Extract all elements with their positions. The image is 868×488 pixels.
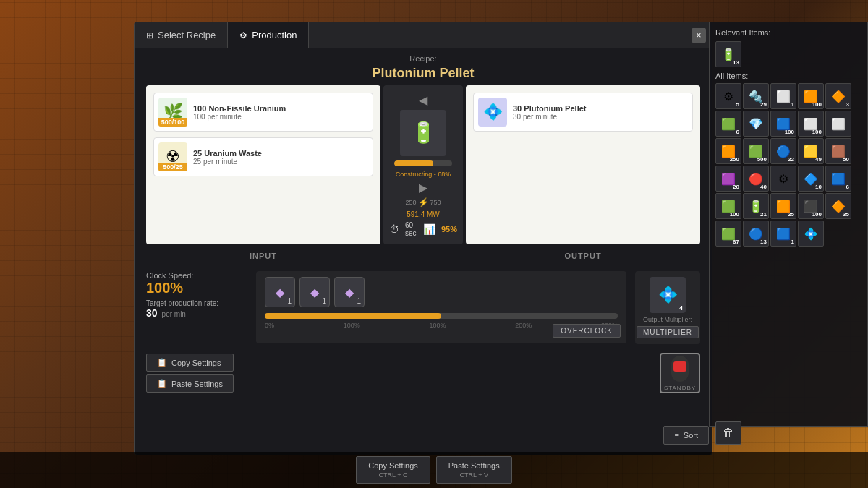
all-item-6[interactable]: 💎: [743, 111, 769, 137]
paste-settings-button[interactable]: 📋 Paste Settings: [146, 374, 234, 393]
power-icon: ⚡: [418, 197, 429, 207]
all-item-16[interactable]: 🔴40: [743, 166, 769, 192]
bottom-bar: 📋 Copy Settings 📋 Paste Settings STANDBY: [146, 353, 700, 393]
per-min: per min: [162, 310, 186, 318]
all-item-13[interactable]: 🟨49: [798, 138, 824, 164]
all-item-27[interactable]: 🟦1: [770, 221, 796, 247]
shard-1-count: 1: [287, 297, 292, 305]
all-item-count-14: 50: [843, 156, 849, 163]
all-item-1[interactable]: 🔩29: [743, 83, 769, 109]
tab-production[interactable]: ⚙ Production: [228, 22, 309, 48]
multiplier-icon: 💠 4: [650, 277, 686, 313]
all-item-count-15: 20: [733, 184, 739, 190]
all-item-15[interactable]: 🟪20: [715, 166, 741, 192]
all-item-22[interactable]: 🟧25: [770, 193, 796, 219]
copy-label: Copy Settings: [171, 359, 221, 367]
target-label: Target production rate:: [146, 299, 247, 307]
multiplier-button[interactable]: MULTIPLIER: [637, 326, 699, 338]
output-panel: 💠 30 Plutonium Pellet 30 per minute OUTP…: [466, 85, 700, 244]
recipe-tab-icon: ⊞: [146, 30, 153, 40]
overclock-bar-fill: [265, 313, 441, 319]
input-item-1: 🌿 500/100 100 Non-Fissile Uranium 100 pe…: [153, 93, 373, 132]
tab-recipe-label: Select Recipe: [158, 30, 216, 40]
all-item-20[interactable]: 🟩100: [715, 193, 741, 219]
input-item-2: ☢ 500/25 25 Uranium Waste 25 per minute: [153, 137, 373, 176]
relevant-item-1-count: 13: [733, 59, 739, 66]
all-item-0[interactable]: ⚙5: [715, 83, 741, 109]
all-item-24[interactable]: 🔶35: [825, 193, 851, 219]
all-item-count-26: 13: [760, 239, 767, 245]
sort-button[interactable]: ≡ Sort: [663, 426, 709, 445]
uranium-icon: 🌿 500/100: [158, 98, 187, 127]
tab-select-recipe[interactable]: ⊞ Select Recipe: [135, 22, 228, 48]
trash-button[interactable]: 🗑: [715, 421, 741, 445]
overclock-bar: [265, 313, 618, 319]
all-item-18[interactable]: 🔷10: [798, 166, 824, 192]
all-item-25[interactable]: 🟩67: [715, 221, 741, 247]
progress-bar-fill: [394, 160, 433, 166]
all-item-count-2: 1: [791, 101, 794, 108]
copy-settings-button[interactable]: 📋 Copy Settings: [146, 354, 234, 372]
relevant-items-grid: 🔋 13: [715, 41, 861, 67]
all-item-count-4: 3: [846, 101, 849, 108]
ext-copy-label: Copy Settings: [368, 461, 417, 470]
shard-2-count: 1: [322, 297, 326, 305]
shard-slot-3[interactable]: ◆ 1: [334, 277, 365, 307]
all-item-count-18: 10: [815, 184, 822, 190]
all-item-7[interactable]: 🟦100: [770, 111, 796, 137]
constructing-text: Constructing - 68%: [396, 171, 451, 178]
all-item-2[interactable]: ⬜1: [770, 83, 796, 109]
all-item-count-12: 22: [788, 156, 794, 163]
all-items-grid: ⚙5🔩29⬜1🟧100🔶3🟩6💎🟦100⬜100⬜🟧250🟩500🔵22🟨49🟫…: [715, 83, 861, 247]
all-item-count-10: 250: [730, 156, 739, 163]
all-item-11[interactable]: 🟩500: [743, 138, 769, 164]
standby-switch-inner: [673, 361, 686, 372]
all-item-17[interactable]: ⚙: [770, 166, 796, 192]
paste-icon: 📋: [157, 379, 167, 388]
input-panel: 🌿 500/100 100 Non-Fissile Uranium 100 pe…: [146, 85, 380, 244]
power-min: 250: [405, 199, 416, 206]
waste-name: 25 Uranium Waste: [193, 149, 368, 158]
all-item-23[interactable]: ⬛100: [798, 193, 824, 219]
all-item-count-21: 21: [760, 211, 767, 218]
production-area: 🌿 500/100 100 Non-Fissile Uranium 100 pe…: [146, 85, 700, 244]
ext-copy-button[interactable]: Copy Settings CTRL + C: [356, 456, 430, 484]
all-item-10[interactable]: 🟧250: [715, 138, 741, 164]
pellet-rate: 30 per minute: [513, 113, 688, 121]
all-item-count-11: 500: [757, 156, 767, 163]
all-item-14[interactable]: 🟫50: [825, 138, 851, 164]
recipe-title: Plutonium Pellet: [135, 66, 712, 81]
all-item-3[interactable]: 🟧100: [798, 83, 824, 109]
machine-icon: 🔋: [400, 110, 446, 156]
marker-1: 100%: [344, 322, 360, 329]
target-value: 30: [146, 307, 158, 319]
all-item-9[interactable]: ⬜: [825, 111, 851, 137]
waste-rate: 25 per minute: [193, 158, 368, 166]
trash-icon: 🗑: [723, 427, 734, 440]
all-item-26[interactable]: 🔵13: [743, 221, 769, 247]
all-item-21[interactable]: 🔋21: [743, 193, 769, 219]
next-arrow[interactable]: ▶: [419, 181, 427, 194]
pellet-info: 30 Plutonium Pellet 30 per minute: [513, 104, 688, 121]
close-button[interactable]: ×: [692, 28, 706, 43]
ext-paste-button[interactable]: Paste Settings CTRL + V: [436, 456, 512, 484]
all-item-5[interactable]: 🟩6: [715, 111, 741, 137]
copy-icon: 📋: [157, 358, 167, 367]
all-item-count-20: 100: [730, 211, 739, 218]
sort-icon: ≡: [674, 431, 678, 440]
time-label: 60 sec: [405, 221, 417, 237]
recipe-header: Recipe:: [135, 48, 712, 66]
standby-button[interactable]: STANDBY: [660, 353, 700, 393]
waste-icon: ☢ 500/25: [158, 142, 187, 171]
overclock-button[interactable]: OVERCLOCK: [553, 324, 621, 338]
all-item-28[interactable]: 💠: [798, 221, 824, 247]
all-item-4[interactable]: 🔶3: [825, 83, 851, 109]
shard-3-count: 1: [357, 297, 361, 305]
shard-slot-1[interactable]: ◆ 1: [265, 277, 295, 307]
all-item-19[interactable]: 🟦6: [825, 166, 851, 192]
relevant-item-1[interactable]: 🔋 13: [715, 41, 741, 67]
all-item-8[interactable]: ⬜100: [798, 111, 824, 137]
all-item-12[interactable]: 🔵22: [770, 138, 796, 164]
prev-arrow[interactable]: ◀: [419, 93, 427, 107]
shard-slot-2[interactable]: ◆ 1: [299, 277, 330, 307]
